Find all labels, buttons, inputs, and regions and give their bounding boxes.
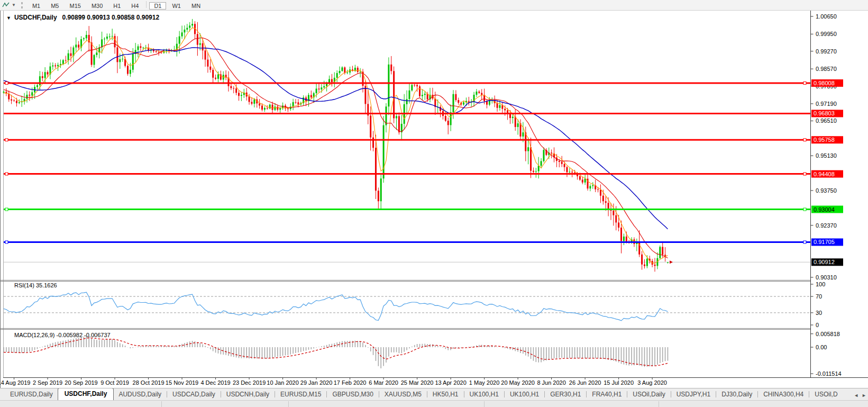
timeframe-button-D1[interactable]: D1	[149, 2, 166, 10]
tab-scroll-left-icon[interactable]: ◄	[854, 393, 858, 398]
tab-scroll-arrows: ◄ ►	[851, 393, 866, 398]
chart-tab-EURUSD-M15[interactable]: EURUSD,M15	[276, 389, 326, 401]
tab-separator	[464, 391, 464, 397]
line-handle[interactable]	[803, 173, 806, 175]
timeframe-button-H4[interactable]: H4	[126, 2, 143, 10]
svg-text:100: 100	[816, 281, 825, 287]
svg-text:0.92370: 0.92370	[816, 222, 837, 229]
svg-text:0: 0	[816, 322, 819, 328]
toolbar-drag-grip[interactable]	[21, 2, 23, 8]
tab-separator	[275, 391, 275, 397]
svg-text:13 Apr 2020: 13 Apr 2020	[435, 379, 466, 386]
chart-tab-USOil-Daily[interactable]: USOil,Daily	[628, 389, 670, 401]
svg-text:6 Mar 2020: 6 Mar 2020	[369, 379, 398, 386]
chart-tab-AUDUSD-Daily[interactable]: AUDUSD,Daily	[114, 389, 166, 401]
svg-text:0.90912: 0.90912	[814, 259, 835, 265]
line-handle[interactable]	[5, 139, 8, 141]
timeframe-button-W1[interactable]: W1	[167, 2, 186, 10]
svg-text:23 Dec 2019: 23 Dec 2019	[233, 379, 266, 386]
price-level-label-0.96803[interactable]: 0.96803	[811, 110, 843, 117]
svg-text:0.96803: 0.96803	[814, 110, 835, 116]
chart-canvas[interactable]: 1.006500.999500.992700.985700.978900.971…	[0, 0, 868, 388]
chart-tab-USDCAD-Daily[interactable]: USDCAD,Daily	[168, 389, 220, 401]
chart-tab-bar: EURUSD,DailyUSDCHF,DailyAUDUSD,DailyUSDC…	[0, 388, 868, 401]
chart-tab-DJ30-Daily[interactable]: DJ30,Daily	[717, 389, 757, 401]
chart-tab-UK100-H1[interactable]: UK100,H1	[465, 389, 504, 401]
chart-tab-FRA40-H1[interactable]: FRA40,H1	[587, 389, 626, 401]
svg-text:20 Sep 2019: 20 Sep 2019	[65, 379, 97, 386]
timeframe-button-M5[interactable]: M5	[46, 2, 63, 10]
svg-text:8 Jun 2020: 8 Jun 2020	[537, 379, 565, 386]
tab-separator	[627, 391, 627, 397]
svg-text:10 Jan 2020: 10 Jan 2020	[267, 379, 299, 386]
svg-text:0.90310: 0.90310	[816, 274, 837, 281]
timeframe-button-H1[interactable]: H1	[108, 2, 125, 10]
chart-tab-CHINA300-H4[interactable]: CHINA300,H4	[759, 389, 808, 401]
price-level-label-0.95758[interactable]: 0.95758	[811, 136, 843, 143]
svg-text:9 Oct 2019: 9 Oct 2019	[100, 379, 129, 386]
line-handle[interactable]	[5, 82, 8, 84]
tab-separator	[544, 391, 545, 397]
chart-tab-EURUSD-Daily[interactable]: EURUSD,Daily	[5, 389, 58, 401]
tab-scroll-right-icon[interactable]: ►	[862, 393, 866, 398]
svg-text:0.93750: 0.93750	[816, 187, 837, 194]
line-handle[interactable]	[803, 82, 806, 84]
svg-text:0.98570: 0.98570	[816, 66, 837, 72]
svg-text:29 Jan 2020: 29 Jan 2020	[300, 379, 333, 386]
macd-indicator-label: MACD(12,26,9) -0.005982 -0.006737	[14, 332, 111, 338]
svg-text:-0.011514: -0.011514	[816, 370, 842, 377]
svg-text:0.91705: 0.91705	[814, 239, 835, 245]
trading-terminal: ▼ M1M5M15M30H1H4D1W1MN 1.006500.999500.9…	[0, 0, 868, 407]
svg-text:14 Aug 2019: 14 Aug 2019	[0, 379, 30, 386]
svg-text:4 Dec 2019: 4 Dec 2019	[200, 379, 230, 386]
chart-ohlc-quote: 0.90899 0.90913 0.90858 0.90912	[62, 14, 160, 21]
chart-tab-USDCHF-Daily[interactable]: USDCHF,Daily	[58, 388, 114, 401]
chevron-down-icon[interactable]: ▼	[12, 3, 16, 7]
chart-tab-UK100-H1[interactable]: UK100,H1	[505, 389, 544, 401]
chart-symbol-label: USDCHF,Daily	[14, 14, 57, 21]
svg-text:15 Jul 2020: 15 Jul 2020	[604, 379, 634, 386]
chart-tab-USOil-D[interactable]: USOil,D	[810, 389, 842, 401]
tab-separator	[809, 391, 809, 397]
terminal-panel-edge	[0, 400, 868, 407]
svg-text:0.99950: 0.99950	[816, 31, 837, 37]
tab-separator	[167, 391, 167, 397]
svg-text:0.94408: 0.94408	[814, 171, 835, 177]
chart-zigzag-tool-icon[interactable]	[2, 2, 10, 8]
line-handle[interactable]	[803, 139, 806, 141]
chart-tab-USDJPY-H1[interactable]: USDJPY,H1	[672, 389, 715, 401]
line-handle[interactable]	[5, 241, 8, 243]
tab-separator	[427, 391, 427, 397]
price-level-label-0.94408[interactable]: 0.94408	[811, 170, 843, 178]
tab-separator	[379, 391, 379, 397]
chart-tabs: EURUSD,DailyUSDCHF,DailyAUDUSD,DailyUSDC…	[5, 388, 843, 401]
svg-text:3 Aug 2020: 3 Aug 2020	[637, 379, 667, 386]
chart-tab-GER30-H1[interactable]: GER30,H1	[545, 389, 586, 401]
price-level-label-0.91705[interactable]: 0.91705	[811, 238, 843, 246]
timeframe-button-MN[interactable]: MN	[187, 2, 205, 10]
line-handle[interactable]	[803, 241, 806, 243]
price-level-label-0.93004[interactable]: 0.93004	[811, 206, 843, 213]
timeframe-button-M1[interactable]: M1	[28, 2, 45, 10]
svg-text:0.99270: 0.99270	[816, 48, 837, 55]
line-handle[interactable]	[803, 208, 806, 211]
svg-text:20 May 2020: 20 May 2020	[501, 379, 535, 386]
svg-text:26 Jun 2020: 26 Jun 2020	[569, 379, 601, 386]
line-handle[interactable]	[5, 173, 8, 175]
chart-tab-HK50-H1[interactable]: HK50,H1	[428, 389, 463, 401]
tab-separator	[504, 391, 505, 397]
price-level-label-0.98008[interactable]: 0.98008	[811, 79, 843, 87]
timeframe-button-M15[interactable]: M15	[65, 2, 85, 10]
svg-text:0.98008: 0.98008	[814, 80, 835, 86]
svg-text:30: 30	[816, 310, 822, 316]
tab-separator	[716, 391, 716, 397]
chart-tab-GBPUSD-M30[interactable]: GBPUSD,M30	[327, 389, 378, 401]
line-handle[interactable]	[5, 208, 8, 211]
symbol-dropdown-icon[interactable]: ▼	[6, 15, 11, 21]
chart-tab-XAUUSD-M5[interactable]: XAUUSD,M5	[380, 389, 426, 401]
tab-separator	[326, 391, 327, 397]
svg-text:0.00: 0.00	[816, 344, 827, 350]
chart-tab-USDCNH-Daily[interactable]: USDCNH,Daily	[222, 389, 274, 401]
svg-text:0.97190: 0.97190	[816, 101, 837, 107]
timeframe-button-M30[interactable]: M30	[87, 2, 107, 10]
